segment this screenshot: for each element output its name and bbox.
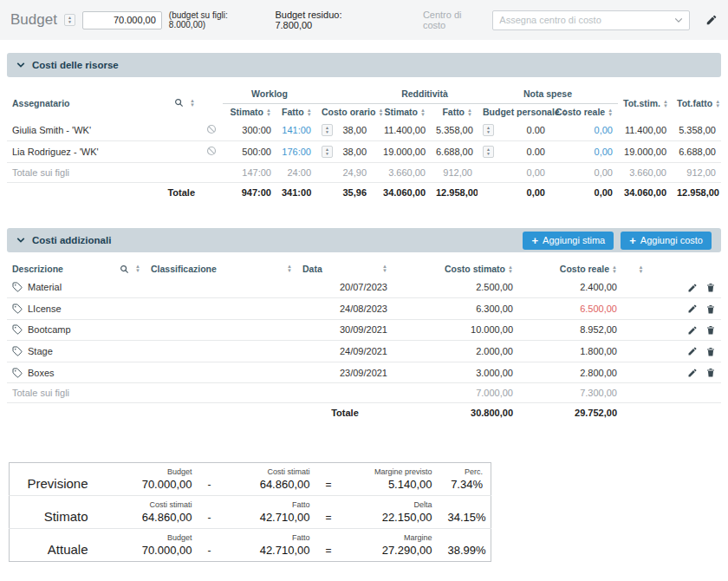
- chevron-down-icon: [674, 17, 683, 23]
- assignee-name[interactable]: Giulia Smith - 'WK': [7, 120, 200, 141]
- sort-icon[interactable]: [382, 264, 387, 273]
- column-redd-fatto[interactable]: Fatto: [431, 104, 478, 121]
- sort-icon[interactable]: [307, 108, 312, 117]
- sort-icon[interactable]: [190, 99, 195, 108]
- column-tot-stim[interactable]: Tot.stim.: [618, 86, 672, 120]
- cost-description[interactable]: LIcense: [28, 304, 62, 314]
- worklog-fatto-link[interactable]: 176:00: [276, 141, 316, 163]
- section-costi-risorse[interactable]: Costi delle risorse: [7, 53, 721, 77]
- operator: =: [318, 496, 332, 529]
- edit-icon[interactable]: [687, 346, 698, 356]
- stepper-icon[interactable]: [483, 124, 494, 136]
- tot-fatto: 5.358,00: [672, 120, 721, 141]
- budget-personale: 0.00: [527, 147, 545, 157]
- cost-row: Boxes 23/09/2021 3.000,00 2.800,00: [7, 362, 721, 383]
- budget-stepper-icon[interactable]: [64, 14, 75, 26]
- column-stimato[interactable]: Stimato: [223, 104, 276, 121]
- sort-icon[interactable]: [135, 264, 140, 273]
- column-costo-orario[interactable]: Costo orario: [316, 104, 372, 121]
- column-tot-fatto[interactable]: Tot.fatto: [672, 86, 721, 120]
- sort-icon[interactable]: [378, 108, 383, 117]
- ban-column-header: [200, 86, 223, 120]
- stepper-icon[interactable]: [483, 146, 494, 158]
- sort-icon[interactable]: [467, 108, 472, 117]
- column-costo-reale[interactable]: Costo reale: [518, 261, 622, 277]
- column-descrizione[interactable]: Descrizione: [7, 261, 146, 277]
- cost-classification: [146, 319, 297, 341]
- plus-icon: +: [531, 235, 538, 246]
- edit-icon[interactable]: [687, 304, 698, 314]
- budget-residuo: Budget residuo: 7.800,00: [275, 10, 379, 30]
- summary-row: Attuale Budget70.000,00 - Fatto42.710,00…: [10, 529, 491, 562]
- edit-icon[interactable]: [687, 368, 698, 378]
- sort-icon[interactable]: [612, 265, 617, 274]
- cost-stimato: 2.500,00: [393, 277, 518, 297]
- cost-date: 30/09/2021: [297, 319, 393, 341]
- sort-icon[interactable]: [715, 100, 720, 108]
- delete-icon[interactable]: [705, 324, 716, 336]
- summary-row: Stimato Costi stimati64.860,00 - Fatto42…: [10, 496, 491, 529]
- section-costi-addizionali[interactable]: Costi addizionali +Aggiungi stima +Aggiu…: [7, 228, 721, 252]
- percentage-value: 7.34%: [448, 478, 484, 491]
- edit-icon[interactable]: [705, 14, 718, 26]
- aggiungi-costo-button[interactable]: +Aggiungi costo: [621, 232, 712, 250]
- budget-input[interactable]: [82, 11, 162, 29]
- tot-stim: 11.400,00: [618, 120, 672, 141]
- delete-icon[interactable]: [705, 282, 716, 293]
- sort-icon[interactable]: [508, 265, 513, 274]
- delete-icon[interactable]: [705, 367, 716, 378]
- column-fatto[interactable]: Fatto: [276, 104, 316, 121]
- centro-di-costo-placeholder: Assegna centro di costo: [499, 15, 601, 25]
- cost-description[interactable]: Material: [28, 282, 62, 292]
- column-assegnatario[interactable]: Assegnatario: [7, 86, 200, 120]
- edit-icon[interactable]: [687, 325, 698, 336]
- costo-orario: 38,00: [342, 125, 367, 135]
- costo-reale-link[interactable]: 0,00: [550, 120, 618, 141]
- sort-icon[interactable]: [266, 108, 271, 117]
- column-budget-personale[interactable]: Budget personale: [478, 104, 550, 121]
- search-icon[interactable]: [120, 264, 129, 274]
- stepper-icon[interactable]: [322, 124, 333, 136]
- cost-reale: 1.800,00: [518, 341, 622, 362]
- search-icon[interactable]: [174, 98, 184, 108]
- section-title: Costi addizionali: [32, 235, 111, 245]
- tag-icon: [12, 346, 23, 356]
- column-data[interactable]: Data: [297, 261, 393, 277]
- totale-row: Totale 30.800,00 29.752,00: [7, 403, 721, 423]
- totale-figli-row: Totale sui figli 7.000,00 7.300,00: [7, 383, 721, 403]
- sort-icon[interactable]: [608, 108, 613, 117]
- assignee-name[interactable]: Lia Rodriguez - 'WK': [7, 141, 200, 163]
- column-classificazione[interactable]: Classificazione: [146, 261, 297, 277]
- column-costo-reale[interactable]: Costo reale: [550, 104, 618, 121]
- ban-icon: [200, 141, 223, 163]
- cost-row: Stage 24/09/2021 2.000,00 1.800,00: [7, 341, 721, 362]
- summary-row-name: Stimato: [10, 496, 96, 529]
- cost-description[interactable]: Bootcamp: [28, 324, 71, 335]
- delete-icon[interactable]: [705, 304, 716, 315]
- cost-stimato: 10.000,00: [393, 319, 518, 341]
- sort-direction-icon[interactable]: [639, 265, 644, 274]
- cost-classification: [146, 277, 297, 297]
- centro-di-costo-select[interactable]: Assegna centro di costo: [492, 10, 690, 30]
- costo-reale-link[interactable]: 0,00: [550, 141, 618, 163]
- aggiungi-stima-button[interactable]: +Aggiungi stima: [523, 232, 614, 250]
- sort-icon[interactable]: [663, 100, 668, 108]
- redd-stimato: 11.400,00: [372, 120, 431, 141]
- budget-children-note: (budget su figli: 8.000,00): [169, 10, 265, 29]
- sort-direction-header[interactable]: [622, 261, 657, 277]
- stepper-icon[interactable]: [322, 146, 333, 158]
- worklog-stimato: 300:00: [223, 120, 276, 141]
- sort-icon[interactable]: [287, 264, 292, 273]
- column-costo-stimato[interactable]: Costo stimato: [393, 261, 518, 277]
- delete-icon[interactable]: [705, 346, 716, 357]
- cost-description[interactable]: Stage: [28, 346, 53, 356]
- operator: -: [200, 463, 214, 496]
- redd-fatto: 6.688,00: [431, 141, 478, 163]
- cost-description[interactable]: Boxes: [28, 368, 55, 378]
- tot-stim: 19.000,00: [618, 141, 672, 163]
- cost-stimato: 2.000,00: [393, 341, 518, 362]
- worklog-fatto-link[interactable]: 141:00: [276, 120, 316, 141]
- sort-icon[interactable]: [420, 108, 426, 117]
- budget-header-bar: Budget (budget su figli: 8.000,00) Budge…: [0, 0, 728, 40]
- edit-icon[interactable]: [687, 283, 698, 293]
